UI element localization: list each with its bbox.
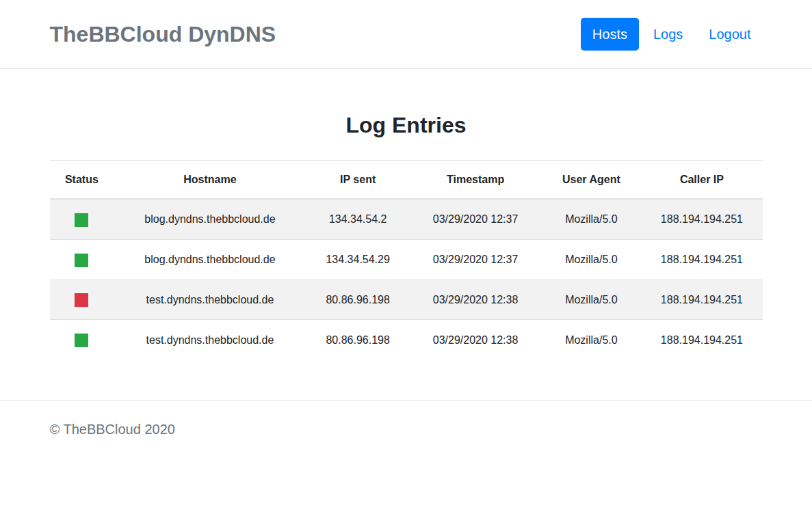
user-agent-cell: Mozilla/5.0 [541,280,641,320]
user-agent-cell: Mozilla/5.0 [541,320,641,359]
table-row: test.dyndns.thebbcloud.de 80.86.96.198 0… [50,320,763,359]
nav-hosts-button[interactable]: Hosts [581,18,639,51]
nav-logout-link[interactable]: Logout [697,18,762,51]
status-indicator [75,293,88,307]
main-nav: Hosts Logs Logout [578,18,763,51]
user-agent-cell: Mozilla/5.0 [541,239,641,280]
column-header-timestamp: Timestamp [410,161,542,200]
table-row: blog.dyndns.thebbcloud.de 134.34.54.29 0… [50,239,763,280]
table-row: blog.dyndns.thebbcloud.de 134.34.54.2 03… [50,199,763,239]
column-header-caller-ip: Caller IP [641,161,762,200]
status-indicator [75,334,88,347]
page-title: Log Entries [50,113,763,138]
user-agent-cell: Mozilla/5.0 [541,199,641,239]
status-cell [50,239,114,280]
site-footer: © TheBBCloud 2020 [0,400,812,485]
hostname-cell: test.dyndns.thebbcloud.de [114,320,306,359]
ip-sent-cell: 80.86.96.198 [306,280,410,320]
column-header-user-agent: User Agent [541,161,641,200]
copyright-text: © TheBBCloud 2020 [50,422,763,437]
hostname-cell: test.dyndns.thebbcloud.de [114,280,306,320]
table-row: test.dyndns.thebbcloud.de 80.86.96.198 0… [50,280,763,320]
caller-ip-cell: 188.194.194.251 [641,239,762,280]
site-header: TheBBCloud DynDNS Hosts Logs Logout [0,0,812,69]
caller-ip-cell: 188.194.194.251 [641,280,762,320]
log-table-header: Status Hostname IP sent Timestamp User A… [50,161,763,200]
nav-logs-link[interactable]: Logs [642,18,694,51]
status-cell [50,199,114,239]
status-indicator [75,254,88,267]
timestamp-cell: 03/29/2020 12:38 [410,280,542,320]
log-entries-table: Status Hostname IP sent Timestamp User A… [50,160,763,359]
timestamp-cell: 03/29/2020 12:37 [410,239,542,280]
status-cell [50,280,114,320]
ip-sent-cell: 80.86.96.198 [306,320,410,359]
status-indicator [75,213,88,227]
caller-ip-cell: 188.194.194.251 [641,199,762,239]
ip-sent-cell: 134.34.54.29 [306,239,410,280]
column-header-ip-sent: IP sent [306,161,410,200]
ip-sent-cell: 134.34.54.2 [306,199,410,239]
column-header-status: Status [50,161,114,200]
brand-title: TheBBCloud DynDNS [50,22,276,47]
column-header-hostname: Hostname [114,161,306,200]
timestamp-cell: 03/29/2020 12:37 [410,199,542,239]
hostname-cell: blog.dyndns.thebbcloud.de [114,239,306,280]
timestamp-cell: 03/29/2020 12:38 [410,320,542,359]
status-cell [50,320,114,359]
log-table-body: blog.dyndns.thebbcloud.de 134.34.54.2 03… [50,199,763,359]
hostname-cell: blog.dyndns.thebbcloud.de [114,199,306,239]
main-content: Log Entries Status Hostname IP sent Time… [50,113,763,359]
caller-ip-cell: 188.194.194.251 [641,320,762,359]
